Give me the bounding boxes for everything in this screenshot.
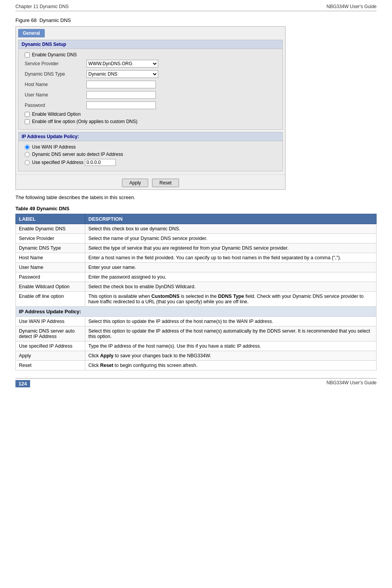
table-cell-label: Host Name (16, 253, 85, 263)
dns-setup-body: Enable Dynamic DNS Service Provider WWW.… (19, 49, 282, 129)
table-row: Enable off line optionThis option is ava… (16, 292, 377, 307)
table-cell-desc: Select the name of your Dynamic DNS serv… (85, 234, 377, 243)
host-name-row: Host Name (25, 80, 276, 89)
dns-type-label: Dynamic DNS Type (25, 71, 86, 77)
table-cell-label: Dynamic DNS server auto detect IP Addres… (16, 326, 85, 341)
apply-button[interactable]: Apply (122, 179, 148, 187)
table-cell-label: Enable Wildcard Option (16, 282, 85, 292)
host-name-input[interactable] (86, 81, 156, 88)
ip-policy-header-cell: IP Address Update Policy: (16, 307, 377, 317)
user-name-row: User Name (25, 91, 276, 99)
wan-ip-radio[interactable] (25, 145, 30, 150)
general-tab[interactable]: General (18, 29, 45, 37)
table-cell-desc: Select this check box to use dynamic DNS… (85, 224, 377, 234)
table-cell-label: User Name (16, 263, 85, 272)
dns-type-select[interactable]: Dynamic DNS Custom DNS Static DNS (86, 70, 158, 78)
chapter-title: Chapter 11 Dynamic DNS (15, 4, 69, 9)
table-cell-desc: This option is available when CustomDNS … (85, 292, 377, 307)
intro-text: The following table describes the labels… (15, 194, 377, 200)
table-row: Dynamic DNS server auto detect IP Addres… (16, 326, 377, 341)
wan-ip-row: Use WAN IP Address (25, 144, 276, 150)
table-row: ResetClick Reset to begin configuring th… (16, 361, 377, 370)
wan-ip-label: Use WAN IP Address (32, 144, 76, 150)
user-name-label: User Name (25, 92, 86, 98)
col-header-desc: DESCRIPTION (85, 214, 377, 224)
dns-table: LABEL DESCRIPTION Enable Dynamic DNSSele… (15, 214, 377, 370)
table-cell-label: Use WAN IP Address (16, 317, 85, 326)
table-row: Dynamic DNS TypeSelect the type of servi… (16, 243, 377, 253)
offline-checkbox[interactable] (25, 119, 30, 124)
enable-dns-row: Enable Dynamic DNS (25, 52, 276, 57)
table-row: Host NameEnter a host names in the field… (16, 253, 377, 263)
password-input[interactable] (86, 101, 156, 109)
ip-update-body: Use WAN IP Address Dynamic DNS server au… (19, 141, 282, 171)
auto-detect-radio[interactable] (25, 152, 30, 157)
wildcard-label: Enable Wildcard Option (32, 112, 81, 117)
table-cell-label: Enable off line option (16, 292, 85, 307)
specified-ip-row: Use specified IP Address (25, 159, 276, 166)
table-cell-label: Apply (16, 351, 85, 361)
dns-panel: General Dynamic DNS Setup Enable Dynamic… (15, 26, 286, 190)
auto-detect-label: Dynamic DNS server auto detect IP Addres… (32, 152, 123, 157)
reset-button[interactable]: Reset (152, 179, 179, 187)
table-cell-label: Service Provider (16, 234, 85, 243)
ip-update-header: IP Address Update Policy: (19, 132, 282, 141)
enable-dns-label: Enable Dynamic DNS (32, 52, 77, 57)
table-title: Table 49 Dynamic DNS (15, 206, 377, 211)
page-footer: 124 NBG334W User's Guide (15, 378, 377, 387)
footer-guide-title: NBG334W User's Guide (326, 380, 377, 387)
table-row: Use WAN IP AddressSelect this option to … (16, 317, 377, 326)
table-row: Service ProviderSelect the name of your … (16, 234, 377, 243)
table-cell-desc: Enter your user name. (85, 263, 377, 272)
table-cell-desc: Select this option to update the IP addr… (85, 326, 377, 341)
password-row: Password (25, 101, 276, 110)
service-provider-select[interactable]: WWW.DynDNS.ORG other (86, 60, 158, 68)
service-provider-row: Service Provider WWW.DynDNS.ORG other (25, 59, 276, 68)
table-cell-desc: Enter the password assigned to you. (85, 272, 377, 282)
table-row: User NameEnter your user name. (16, 263, 377, 272)
specified-ip-label: Use specified IP Address (32, 160, 83, 165)
dns-setup-header: Dynamic DNS Setup (19, 40, 282, 49)
button-row: Apply Reset (16, 174, 285, 189)
table-row: PasswordEnter the password assigned to y… (16, 272, 377, 282)
table-cell-label: Enable Dynamic DNS (16, 224, 85, 234)
table-cell-label: Dynamic DNS Type (16, 243, 85, 253)
page-number: 124 (15, 380, 30, 387)
table-cell-desc: Select the check box to enable DynDNS Wi… (85, 282, 377, 292)
offline-label: Enable off line option (Only applies to … (32, 119, 137, 124)
table-cell-label: Reset (16, 361, 85, 370)
chapter-header: Chapter 11 Dynamic DNS NBG334W User's Gu… (15, 4, 377, 11)
ip-update-section: IP Address Update Policy: Use WAN IP Add… (18, 132, 283, 171)
col-header-label: LABEL (16, 214, 85, 224)
table-cell-label: Password (16, 272, 85, 282)
host-name-label: Host Name (25, 82, 86, 87)
dns-setup-section: Dynamic DNS Setup Enable Dynamic DNS Ser… (18, 40, 283, 130)
service-provider-label: Service Provider (25, 61, 86, 66)
specified-ip-input[interactable] (85, 159, 116, 166)
table-cell-desc: Click Apply to save your changes back to… (85, 351, 377, 361)
table-row: Use specified IP AddressType the IP addr… (16, 341, 377, 351)
table-row: Enable Dynamic DNSSelect this check box … (16, 224, 377, 234)
table-cell-desc: Enter a host names in the field provided… (85, 253, 377, 263)
table-row: IP Address Update Policy: (16, 307, 377, 317)
table-cell-desc: Click Reset to begin configuring this sc… (85, 361, 377, 370)
wildcard-checkbox[interactable] (25, 112, 30, 117)
table-row: ApplyClick Apply to save your changes ba… (16, 351, 377, 361)
table-cell-desc: Type the IP address of the host name(s).… (85, 341, 377, 351)
guide-title-header: NBG334W User's Guide (326, 4, 377, 9)
offline-row: Enable off line option (Only applies to … (25, 119, 276, 124)
figure-label: Figure 68 Dynamic DNS (15, 17, 377, 23)
specified-ip-radio[interactable] (25, 160, 30, 165)
password-label: Password (25, 103, 86, 108)
table-row: Enable Wildcard OptionSelect the check b… (16, 282, 377, 292)
dns-type-row: Dynamic DNS Type Dynamic DNS Custom DNS … (25, 70, 276, 78)
table-cell-label: Use specified IP Address (16, 341, 85, 351)
table-cell-desc: Select the type of service that you are … (85, 243, 377, 253)
table-cell-desc: Select this option to update the IP addr… (85, 317, 377, 326)
auto-detect-row: Dynamic DNS server auto detect IP Addres… (25, 152, 276, 157)
enable-dns-checkbox[interactable] (25, 52, 30, 57)
wildcard-row: Enable Wildcard Option (25, 112, 276, 117)
user-name-input[interactable] (86, 91, 156, 99)
